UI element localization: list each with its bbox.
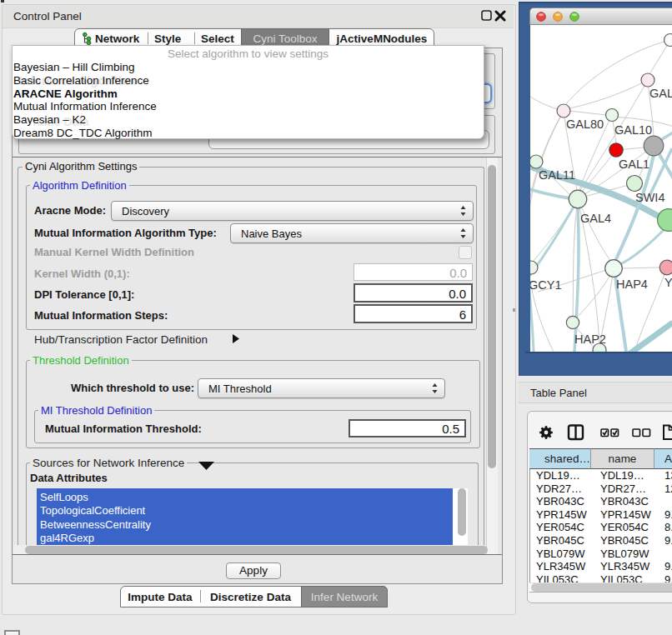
svg-text:SWI4: SWI4 xyxy=(635,191,664,204)
svg-text:GAL: GAL xyxy=(649,87,672,100)
svg-text:GAL80: GAL80 xyxy=(566,118,604,131)
svg-text:GAL11: GAL11 xyxy=(539,168,575,182)
svg-text:GAL4: GAL4 xyxy=(580,212,611,225)
svg-text:GCY1: GCY1 xyxy=(530,278,562,292)
svg-text:GAL1: GAL1 xyxy=(619,158,649,171)
svg-text:GAL10: GAL10 xyxy=(614,123,652,137)
svg-text:HAP4: HAP4 xyxy=(616,278,648,291)
svg-text:HAP2: HAP2 xyxy=(574,332,606,346)
svg-text:YD: YD xyxy=(664,276,672,289)
